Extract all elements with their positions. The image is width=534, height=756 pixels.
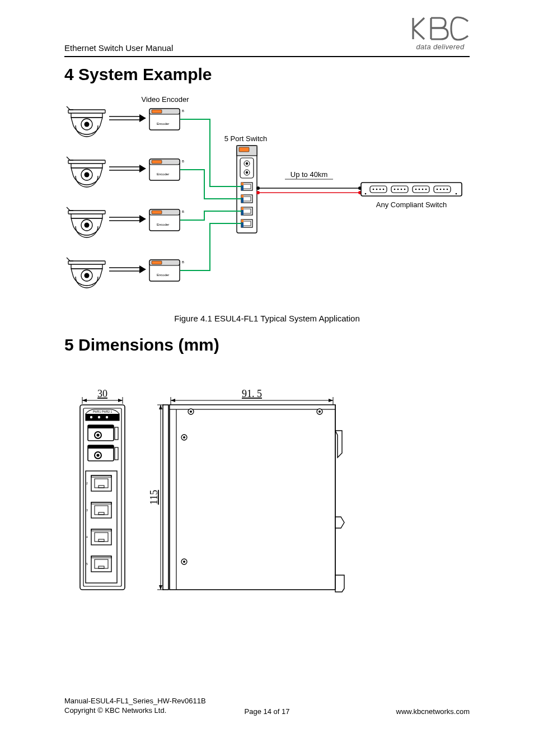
label-any-compliant-switch: Any Compliant Switch: [376, 200, 447, 209]
figure-caption: Figure 4.1 ESUL4-FL1 Typical System Appl…: [64, 314, 470, 323]
encoder-label-2: Encoder: [157, 172, 169, 176]
label-5-port-switch: 5 Port Switch: [224, 134, 268, 143]
section-5-heading: 5 Dimensions (mm): [64, 335, 470, 354]
encoder-label-3: Encoder: [157, 223, 169, 226]
svg-rect-62: [115, 427, 118, 440]
svg-marker-75: [329, 399, 333, 402]
svg-point-55: [90, 416, 92, 418]
dimensions-drawing: 30 PWR1 PWR2 1: [64, 377, 467, 618]
svg-rect-59: [88, 425, 114, 428]
encoder-label-4: Encoder: [157, 273, 169, 277]
svg-text:B: B: [182, 109, 184, 113]
kbc-logo-icon: [410, 16, 471, 41]
label-video-encoder: Video Encoder: [141, 95, 189, 104]
svg-text:2: 2: [86, 482, 88, 485]
dim-height: 115: [148, 490, 160, 505]
svg-rect-67: [115, 447, 118, 460]
footer-doc-id: Manual-ESUL4-FL1_Series_HW-Rev0611B: [64, 696, 206, 706]
svg-text:4: 4: [86, 535, 88, 539]
svg-marker-50: [82, 399, 87, 402]
dim-front-width: 30: [97, 388, 107, 399]
svg-point-36: [256, 186, 260, 190]
svg-text:B: B: [182, 160, 184, 163]
svg-text:5: 5: [86, 562, 88, 566]
svg-marker-83: [159, 585, 162, 590]
svg-point-56: [98, 416, 100, 418]
svg-text:B: B: [182, 260, 184, 264]
svg-rect-76: [163, 405, 168, 590]
dim-side-width: 91. 5: [242, 388, 262, 399]
svg-rect-79: [170, 405, 335, 409]
brand-logo: data delivered: [405, 16, 475, 51]
svg-marker-51: [118, 399, 123, 402]
svg-point-34: [246, 171, 248, 174]
svg-point-43: [365, 193, 367, 195]
svg-marker-82: [159, 405, 162, 409]
svg-marker-74: [171, 399, 175, 402]
svg-rect-64: [88, 445, 114, 449]
svg-point-66: [96, 454, 99, 456]
svg-rect-29: [239, 147, 249, 152]
rackmount-switch-icon: [361, 183, 462, 196]
svg-point-39: [256, 191, 260, 194]
five-port-switch-icon: [237, 146, 257, 233]
label-up-to-40km: Up to 40km: [291, 170, 327, 179]
svg-point-44: [456, 193, 457, 195]
svg-point-57: [106, 416, 108, 418]
section-4-heading: 4 System Example: [64, 65, 470, 84]
footer-page-number: Page 14 of 17: [64, 707, 470, 716]
logo-tagline: data delivered: [405, 43, 475, 51]
page-footer: Manual-ESUL4-FL1_Series_HW-Rev0611B Copy…: [64, 696, 470, 716]
svg-text:B: B: [182, 210, 184, 213]
header-title: Ethernet Switch User Manual: [64, 43, 173, 53]
system-diagram: Encoder Encoder Encoder Encoder Video En…: [64, 93, 467, 306]
svg-rect-77: [170, 405, 335, 590]
header-divider: [64, 56, 470, 57]
front-led-labels: PWR1 PWR2 1: [93, 410, 113, 413]
svg-point-32: [246, 162, 248, 165]
encoder-label-1: Encoder: [157, 122, 169, 125]
svg-point-61: [96, 433, 99, 436]
svg-text:3: 3: [86, 508, 88, 512]
